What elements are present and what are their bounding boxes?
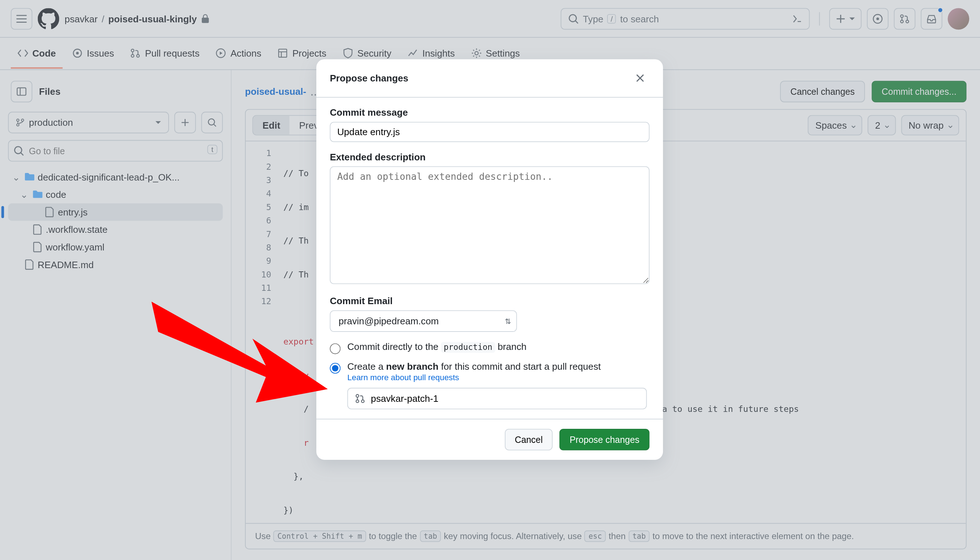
- modal-propose-button[interactable]: Propose changes: [559, 429, 650, 450]
- svg-point-18: [356, 400, 358, 403]
- modal-close-button[interactable]: [631, 69, 649, 88]
- branch-name-input-wrap: [347, 388, 647, 409]
- svg-point-17: [356, 395, 358, 397]
- svg-point-19: [361, 400, 364, 403]
- radio-direct-label: Commit directly to the production branch: [347, 341, 526, 352]
- commit-msg-label: Commit message: [329, 107, 649, 118]
- email-value: pravin@pipedream.com: [339, 316, 439, 327]
- pr-icon: [355, 393, 366, 404]
- commit-msg-input[interactable]: [329, 122, 649, 142]
- commit-email-label: Commit Email: [329, 295, 649, 306]
- commit-email-select[interactable]: pravin@pipedream.com: [329, 310, 517, 332]
- close-icon: [635, 73, 646, 83]
- modal-cancel-button[interactable]: Cancel: [505, 429, 553, 450]
- propose-changes-modal: Propose changes Commit message Extended …: [316, 59, 663, 460]
- ext-desc-label: Extended description: [329, 152, 649, 162]
- ext-desc-textarea[interactable]: [329, 166, 649, 284]
- learn-more-link[interactable]: Learn more about pull requests: [347, 373, 459, 382]
- radio-commit-direct[interactable]: [329, 343, 341, 354]
- radio-new-branch[interactable]: [329, 363, 341, 374]
- modal-title: Propose changes: [329, 73, 408, 83]
- branch-name-input[interactable]: [371, 393, 639, 404]
- radio-new-branch-label: Create a new branch for this commit and …: [347, 361, 601, 382]
